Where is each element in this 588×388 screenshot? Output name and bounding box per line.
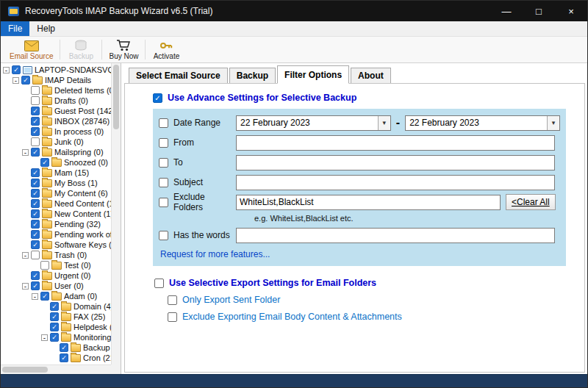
tree-checkbox[interactable]: ✓ (50, 333, 59, 342)
tree-checkbox[interactable]: ✓ (60, 343, 68, 352)
buy-now-button[interactable]: Buy Now (104, 37, 143, 62)
close-icon[interactable]: × (555, 1, 587, 21)
collapse-icon[interactable]: - (22, 252, 29, 259)
calendar-dropdown-icon[interactable]: ▾ (378, 116, 390, 130)
tree-item[interactable]: ✓FAX (25) (1, 312, 111, 322)
tree-item[interactable]: -✓LAPTOP-SNDAKSVQ (1, 65, 111, 75)
subject-input[interactable] (236, 175, 555, 190)
tree-vertical-scrollbar[interactable] (111, 63, 121, 364)
date-to-picker[interactable]: 22 February 2023 ▾ (405, 115, 560, 131)
advance-settings-checkbox[interactable]: ✓ (153, 93, 162, 103)
tree-checkbox[interactable]: ✓ (21, 76, 30, 85)
request-features-link[interactable]: Request for more features... (160, 249, 270, 259)
tree-item[interactable]: ✓INBOX (28746) (1, 116, 111, 126)
tree-checkbox[interactable]: ✓ (31, 127, 40, 136)
tree-item[interactable]: ✓My Boss (1) (1, 178, 111, 188)
activate-button[interactable]: Activate (147, 37, 185, 62)
date-range-checkbox[interactable] (159, 118, 168, 128)
clear-all-button[interactable]: <Clear All (506, 194, 556, 210)
tree-item[interactable]: Deleted Items (0) (1, 85, 111, 96)
tree-item[interactable]: -Trash (0) (1, 250, 111, 260)
tree-checkbox[interactable] (31, 251, 40, 259)
tree-checkbox[interactable]: ✓ (60, 353, 68, 362)
tree-checkbox[interactable]: ✓ (31, 230, 40, 239)
tree-checkbox[interactable]: ✓ (31, 148, 40, 157)
tree-item[interactable]: Test (0) (1, 260, 111, 270)
menu-file[interactable]: File (1, 21, 29, 36)
tree-checkbox[interactable]: ✓ (31, 199, 40, 208)
tree-checkbox[interactable]: ✓ (12, 65, 21, 74)
tree-checkbox[interactable] (31, 137, 40, 146)
tree-item[interactable]: ✓Snoozed (0) (1, 157, 111, 168)
collapse-icon[interactable]: - (3, 67, 10, 73)
has-words-input[interactable] (236, 228, 555, 243)
subject-checkbox[interactable] (159, 178, 168, 187)
tab-backup[interactable]: Backup (229, 68, 276, 83)
tree-horizontal-scrollbar[interactable] (1, 364, 111, 374)
tree-item[interactable]: -✓User (0) (1, 281, 111, 291)
tree-checkbox[interactable]: ✓ (50, 323, 59, 331)
tree-item[interactable]: -✓Monitoring (0) (1, 332, 111, 342)
tree-item[interactable]: Junk (0) (1, 137, 111, 147)
tree-item[interactable]: -✓Adam (0) (1, 291, 111, 301)
tree-checkbox[interactable]: ✓ (31, 281, 40, 290)
tree-item[interactable]: ✓Software Keys (36) (1, 240, 111, 250)
tree-checkbox[interactable]: ✓ (31, 220, 40, 229)
exclude-folders-checkbox[interactable] (159, 198, 168, 207)
collapse-icon[interactable]: - (12, 77, 19, 84)
maximize-icon[interactable]: □ (523, 1, 555, 21)
tree-item[interactable]: ✓New Content (1) (1, 209, 111, 219)
to-checkbox[interactable] (159, 158, 168, 168)
tree-checkbox[interactable]: ✓ (31, 240, 40, 249)
scrollbar-thumb[interactable] (113, 65, 119, 129)
tree-item[interactable]: ✓Need Content (13) (1, 198, 111, 209)
tree-item[interactable]: ✓My Content (6) (1, 188, 111, 198)
tree-item[interactable]: ✓Pending (32) (1, 219, 111, 229)
from-input[interactable] (236, 135, 555, 151)
collapse-icon[interactable]: - (22, 283, 29, 290)
email-source-button[interactable]: Email Source (4, 37, 58, 62)
exclude-body-checkbox[interactable] (168, 312, 177, 322)
tree-checkbox[interactable]: ✓ (31, 189, 40, 198)
tree-item[interactable]: -✓IMAP Details (1, 75, 111, 85)
minimize-icon[interactable]: — (490, 1, 523, 21)
tree-checkbox[interactable]: ✓ (31, 107, 40, 115)
to-input[interactable] (236, 155, 555, 170)
tree-item[interactable]: ✓Mam (15) (1, 168, 111, 178)
tree-item[interactable]: ✓Helpdesk (25 (1, 322, 111, 332)
collapse-icon[interactable]: - (22, 149, 29, 156)
tree-item[interactable]: ✓Urgent (0) (1, 270, 111, 281)
collapse-icon[interactable]: - (41, 334, 48, 341)
calendar-dropdown-icon[interactable]: ▾ (547, 116, 559, 130)
tree-item[interactable]: ✓In process (0) (1, 126, 111, 137)
export-settings-checkbox[interactable] (154, 279, 164, 288)
tree-checkbox[interactable] (40, 261, 49, 270)
date-from-picker[interactable]: 22 February 2023 ▾ (236, 115, 391, 131)
tree-item[interactable]: -✓Mailspring (0) (1, 147, 111, 157)
has-words-checkbox[interactable] (159, 231, 168, 240)
scrollbar-thumb[interactable] (2, 367, 48, 373)
only-sent-folder-checkbox[interactable] (168, 295, 177, 305)
tree-checkbox[interactable]: ✓ (31, 209, 40, 218)
tree-item[interactable]: ✓Pending work of si (1, 229, 111, 240)
tree-checkbox[interactable]: ✓ (31, 271, 40, 280)
tab-select-email-source[interactable]: Select Email Source (129, 68, 228, 83)
menu-help[interactable]: Help (29, 21, 62, 36)
tree-item[interactable]: ✓Guest Post (142) (1, 106, 111, 116)
tree-checkbox[interactable]: ✓ (40, 158, 49, 167)
tree-item[interactable]: Drafts (0) (1, 96, 111, 106)
tree-checkbox[interactable] (31, 86, 40, 95)
tree-checkbox[interactable]: ✓ (50, 302, 59, 311)
tree-checkbox[interactable] (31, 96, 40, 105)
exclude-folders-input[interactable] (236, 195, 501, 210)
tree-checkbox[interactable]: ✓ (31, 168, 40, 177)
tree-checkbox[interactable]: ✓ (40, 292, 49, 301)
tree-checkbox[interactable]: ✓ (31, 179, 40, 187)
from-checkbox[interactable] (159, 138, 168, 148)
collapse-icon[interactable]: - (32, 293, 38, 300)
tree-item[interactable]: ✓Domain (4) (1, 301, 111, 312)
tree-checkbox[interactable]: ✓ (50, 312, 59, 321)
tree-item[interactable]: ✓Backup (28) (1, 342, 111, 353)
tab-filter-options[interactable]: Filter Options (277, 65, 349, 84)
tree-checkbox[interactable]: ✓ (31, 117, 40, 126)
